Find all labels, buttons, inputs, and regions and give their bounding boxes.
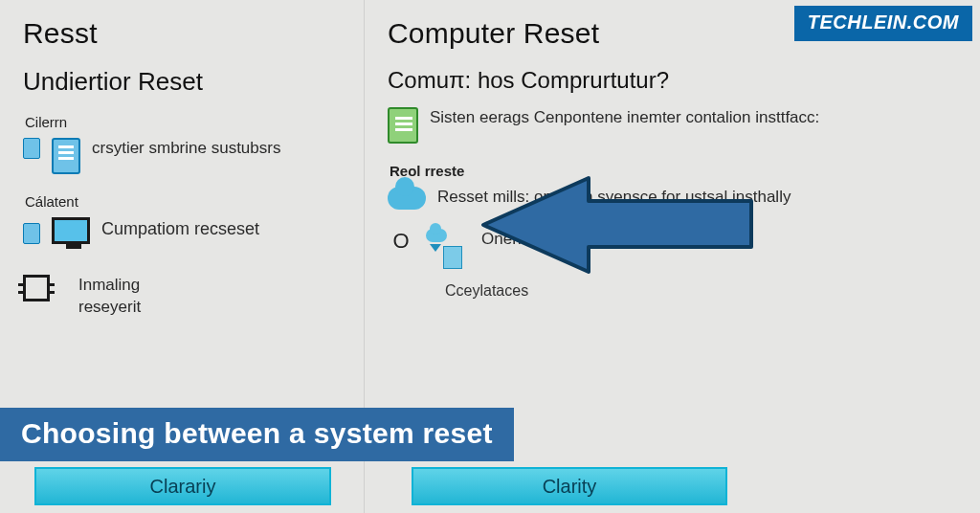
left-label-1: Cilerrn (25, 114, 341, 130)
clarity-button-left[interactable]: Clarariy (34, 467, 331, 505)
left-item-3b: reseyerit (78, 297, 141, 319)
book-icon (23, 138, 40, 159)
brand-badge: TECHLEIN.COM (794, 6, 972, 41)
left-label-2: Cálatent (25, 193, 341, 210)
clarity-button-right-label: Clarity (543, 476, 597, 498)
brand-text: TECHLEIN.COM (808, 11, 959, 33)
book-icon (23, 223, 40, 244)
caption-banner: Choosing between a system reset (0, 408, 514, 461)
right-heading: Comuπ: hos Comprurtutur? (388, 67, 957, 94)
monitor-icon (52, 217, 90, 244)
left-item-1[interactable]: crsytier smbrine sustubsrs (23, 138, 341, 174)
left-item-2-text: Cumpatiom recseset (101, 217, 259, 240)
right-item-3[interactable]: O Onenen ac ustfcelifictnioms (388, 229, 957, 269)
note-icon (388, 107, 418, 144)
right-item-1-text: Sisten eerags Cenpontene inemter contali… (430, 107, 819, 129)
right-item-2-text: Resset mills: onal orn syensce for ustsa… (437, 187, 791, 209)
right-item-2[interactable]: Resset mills: onal orn syensce for ustsa… (388, 187, 957, 210)
clarity-button-right[interactable]: Clarity (412, 467, 727, 505)
left-item-1-text: crsytier smbrine sustubsrs (92, 138, 280, 160)
left-title: Resst (23, 17, 341, 50)
letter-o-icon: O (388, 229, 414, 254)
chip-icon (23, 275, 50, 301)
left-item-3a: Inmaling (78, 275, 141, 297)
left-item-2[interactable]: Cumpatiom recseset (23, 217, 341, 244)
right-footer-text: Cceylataces (445, 282, 957, 300)
caption-text: Choosing between a system reset (21, 417, 493, 449)
document-icon (52, 138, 80, 174)
left-item-3[interactable]: Inmaling reseyerit (23, 275, 341, 319)
left-heading: Undiertior Reset (23, 67, 341, 97)
sync-icon (426, 229, 470, 269)
clarity-button-left-label: Clarariy (150, 476, 216, 498)
right-item-1[interactable]: Sisten eerags Cenpontene inemter contali… (388, 107, 957, 144)
right-label-reol: Reol rreste (390, 163, 957, 179)
right-item-3-text: Onenen ac ustfcelifictnioms (481, 229, 680, 251)
cloud-icon (388, 187, 426, 210)
